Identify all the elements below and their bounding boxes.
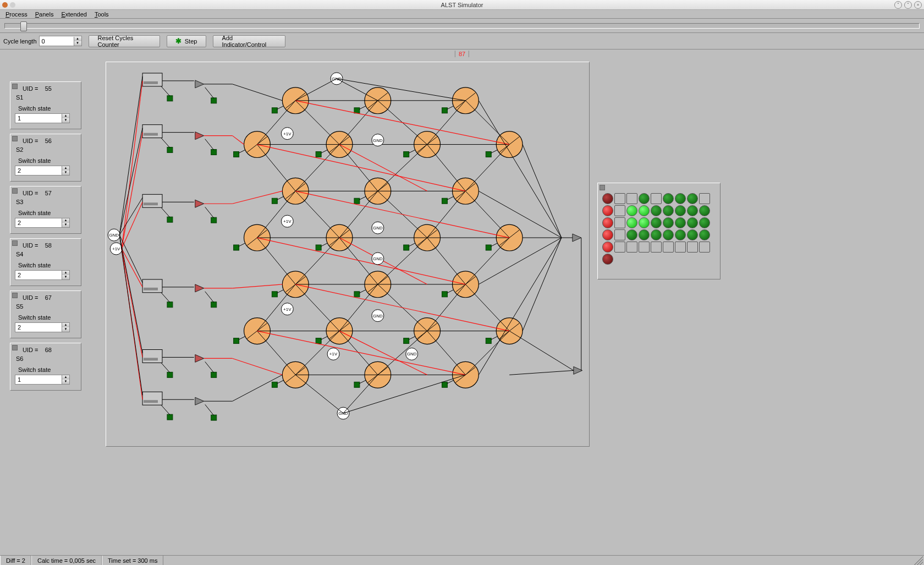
switch-block-s2[interactable]: UID = 56 S2 Switch state ▲▼: [10, 134, 81, 182]
speed-slider-handle[interactable]: [20, 21, 27, 31]
svg-rect-136: [354, 198, 360, 204]
switch-state-label: Switch state: [18, 210, 76, 216]
switch-state-spinner[interactable]: ▲▼: [15, 322, 70, 332]
svg-line-59: [205, 404, 214, 415]
svg-line-133: [491, 150, 497, 153]
svg-marker-56: [195, 397, 204, 405]
switch-state-spinner[interactable]: ▲▼: [15, 113, 70, 123]
switch-name: S2: [16, 146, 76, 153]
svg-line-131: [409, 150, 415, 153]
spin-down-icon[interactable]: ▼: [62, 118, 69, 123]
menu-tools[interactable]: Tools: [91, 10, 112, 18]
svg-line-229: [295, 191, 509, 238]
cycle-length-spinner[interactable]: ▲ ▼: [39, 36, 82, 46]
spin-down-icon[interactable]: ▼: [62, 171, 69, 175]
led-off: [626, 242, 637, 253]
main-area: 87 UID = 55 S1 Switch state ▲▼ UID = 56 …: [0, 50, 924, 555]
svg-rect-21: [142, 279, 162, 293]
switch-state-spinner[interactable]: ▲▼: [15, 166, 70, 175]
drag-grip-icon[interactable]: [12, 240, 18, 246]
step-button[interactable]: ✱ Step: [167, 35, 206, 47]
svg-line-227: [295, 101, 509, 145]
switch-block-s3[interactable]: UID = 57 S3 Switch state ▲▼: [10, 186, 81, 234]
svg-line-15: [161, 138, 170, 148]
spin-down-icon[interactable]: ▼: [62, 380, 69, 384]
svg-rect-162: [272, 382, 277, 387]
menu-process[interactable]: Process: [2, 10, 31, 18]
add-indicator-button[interactable]: Add Indicator/Control: [213, 35, 285, 47]
led-dgrn: [699, 229, 710, 240]
cycle-length-label: Cycle length: [3, 38, 37, 45]
menu-panels[interactable]: Panels: [32, 10, 57, 18]
maximize-icon[interactable]: ˄: [904, 1, 912, 9]
drag-grip-icon[interactable]: [12, 136, 18, 141]
led-off: [699, 242, 710, 253]
svg-rect-128: [316, 152, 321, 157]
spin-up-icon[interactable]: ▲: [74, 37, 81, 41]
circuit-canvas[interactable]: GND+1VGNDGNDGNDGNDGNDGNDGND+1V+1V+1V+1V: [106, 62, 590, 447]
spin-down-icon[interactable]: ▼: [74, 41, 81, 46]
close-icon[interactable]: ×: [914, 1, 922, 9]
switch-block-s6[interactable]: UID = 68 S6 Switch state ▲▼: [10, 343, 81, 391]
svg-line-280: [522, 238, 562, 331]
spin-up-icon[interactable]: ▲: [62, 114, 69, 118]
switch-panels: UID = 55 S1 Switch state ▲▼ UID = 56 S2 …: [10, 81, 81, 391]
svg-rect-19: [167, 217, 173, 222]
switch-name: S5: [16, 303, 76, 310]
switch-state-input[interactable]: [15, 218, 62, 227]
svg-line-64: [122, 249, 142, 357]
switch-block-s4[interactable]: UID = 58 S4 Switch state ▲▼: [10, 238, 81, 286]
led-dgrn: [651, 217, 662, 228]
svg-line-193: [295, 284, 339, 331]
drag-grip-icon[interactable]: [12, 188, 18, 194]
switch-state-spinner[interactable]: ▲▼: [15, 270, 70, 280]
cycle-counter: 87: [455, 51, 469, 57]
switch-state-label: Switch state: [18, 314, 76, 321]
switch-name: S4: [16, 251, 76, 257]
svg-line-70: [119, 235, 142, 353]
spin-up-icon[interactable]: ▲: [62, 271, 69, 275]
drag-grip-icon[interactable]: [12, 345, 18, 350]
svg-rect-12: [144, 133, 158, 136]
app-icon-secondary: [10, 2, 15, 8]
svg-rect-122: [354, 108, 360, 113]
svg-rect-124: [442, 108, 448, 113]
led-indicator-panel[interactable]: [597, 183, 721, 279]
switch-block-s5[interactable]: UID = 67 S5 Switch state ▲▼: [10, 290, 81, 338]
svg-line-185: [465, 191, 509, 238]
menu-extended[interactable]: Extended: [58, 10, 90, 18]
spin-up-icon[interactable]: ▲: [62, 166, 69, 171]
resize-grip-icon[interactable]: [914, 556, 923, 565]
cycle-length-input[interactable]: [40, 36, 74, 46]
drag-grip-icon[interactable]: [12, 293, 18, 298]
switch-state-input[interactable]: [15, 323, 62, 331]
minimize-icon[interactable]: ˅: [894, 1, 902, 9]
switch-state-label: Switch state: [18, 366, 76, 373]
spin-up-icon[interactable]: ▲: [62, 218, 69, 223]
led-dred: [602, 193, 613, 204]
switch-block-s1[interactable]: UID = 55 S1 Switch state ▲▼: [10, 81, 81, 129]
switch-state-input[interactable]: [15, 271, 62, 279]
spin-down-icon[interactable]: ▼: [62, 275, 69, 279]
reset-cycles-button[interactable]: Reset Cycles Counter: [89, 35, 160, 47]
speed-slider[interactable]: [4, 23, 920, 29]
drag-grip-icon[interactable]: [12, 84, 18, 89]
led-dred: [602, 254, 613, 265]
svg-rect-29: [167, 372, 173, 377]
spin-up-icon[interactable]: ▲: [62, 375, 69, 380]
svg-line-157: [321, 337, 327, 340]
switch-state-spinner[interactable]: ▲▼: [15, 218, 70, 228]
switch-state-input[interactable]: [15, 114, 62, 122]
switch-state-input[interactable]: [15, 375, 62, 383]
spin-up-icon[interactable]: ▲: [62, 323, 69, 327]
drag-grip-icon[interactable]: [600, 185, 605, 190]
spin-down-icon[interactable]: ▼: [62, 223, 69, 227]
spin-down-icon[interactable]: ▼: [62, 327, 69, 332]
switch-state-spinner[interactable]: ▲▼: [15, 375, 70, 385]
svg-text:GND: GND: [109, 233, 119, 238]
svg-rect-160: [486, 338, 491, 344]
switch-state-input[interactable]: [15, 166, 62, 174]
led-off: [639, 242, 650, 253]
led-red: [602, 205, 613, 216]
svg-line-222: [233, 136, 244, 145]
